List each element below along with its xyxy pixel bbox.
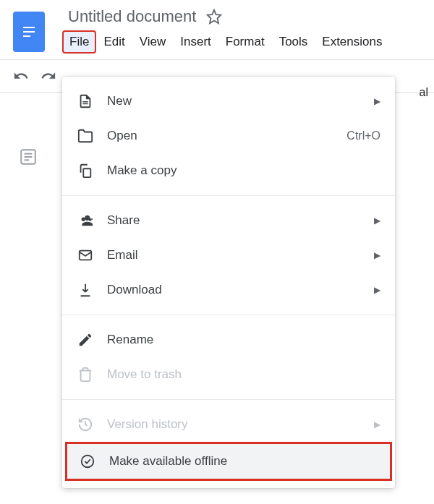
folder-icon (77, 127, 94, 145)
menu-item-open[interactable]: Open Ctrl+O (62, 119, 395, 153)
svg-marker-0 (208, 10, 221, 23)
menu-divider (62, 399, 395, 400)
menu-item-make-copy[interactable]: Make a copy (62, 153, 395, 188)
menu-item-label: Rename (107, 333, 380, 347)
menu-item-label: Open (107, 129, 346, 143)
document-title[interactable]: Untitled document (68, 7, 196, 26)
menu-tools[interactable]: Tools (272, 30, 315, 54)
file-menu-dropdown: New ▶ Open Ctrl+O Make a copy Share ▶ Em… (62, 77, 395, 488)
menu-item-label: New (107, 94, 374, 108)
menu-item-new[interactable]: New ▶ (62, 84, 395, 119)
undo-icon[interactable] (7, 62, 35, 90)
svg-rect-5 (83, 168, 90, 177)
svg-point-7 (82, 456, 94, 468)
download-icon (77, 281, 94, 299)
menu-item-share[interactable]: Share ▶ (62, 203, 395, 238)
rename-icon (77, 331, 94, 349)
menu-divider (62, 315, 395, 315)
menu-file[interactable]: File (62, 30, 96, 54)
menu-item-download[interactable]: Download ▶ (62, 273, 395, 307)
trash-icon (77, 366, 94, 383)
menu-item-rename[interactable]: Rename (62, 323, 395, 357)
outline-icon[interactable] (19, 148, 38, 169)
menu-item-trash: Move to trash (62, 357, 395, 392)
menu-item-label: Move to trash (107, 367, 380, 382)
star-icon[interactable] (206, 9, 222, 25)
menu-item-label: Make available offline (109, 454, 378, 469)
menu-view[interactable]: View (132, 30, 174, 54)
menu-item-label: Version history (107, 417, 374, 432)
chevron-right-icon: ▶ (374, 285, 380, 295)
history-icon (77, 416, 94, 433)
offline-icon (79, 453, 96, 470)
menu-edit[interactable]: Edit (96, 30, 132, 54)
toolbar-right-text: al (420, 86, 428, 99)
chevron-right-icon: ▶ (374, 250, 380, 260)
chevron-right-icon: ▶ (374, 419, 380, 430)
menu-insert[interactable]: Insert (173, 30, 218, 54)
menu-item-available-offline[interactable]: Make available offline (65, 442, 392, 481)
copy-icon (77, 162, 94, 179)
menu-item-label: Download (107, 283, 374, 297)
menu-extensions[interactable]: Extensions (315, 30, 389, 54)
menu-item-label: Email (107, 248, 374, 262)
email-icon (77, 247, 94, 264)
menu-item-label: Make a copy (107, 163, 380, 178)
menu-item-label: Share (107, 213, 374, 228)
share-icon (77, 212, 94, 229)
redo-icon[interactable] (35, 62, 62, 90)
chevron-right-icon: ▶ (374, 215, 380, 226)
menu-divider (62, 195, 395, 196)
shortcut-label: Ctrl+O (346, 129, 380, 142)
menubar: File Edit View Insert Format Tools Exten… (59, 30, 434, 54)
chevron-right-icon: ▶ (374, 96, 380, 106)
docs-logo-icon[interactable] (13, 12, 45, 52)
menu-item-version-history: Version history ▶ (62, 407, 395, 442)
menu-format[interactable]: Format (218, 30, 272, 54)
new-icon (77, 93, 94, 110)
menu-item-email[interactable]: Email ▶ (62, 238, 395, 273)
